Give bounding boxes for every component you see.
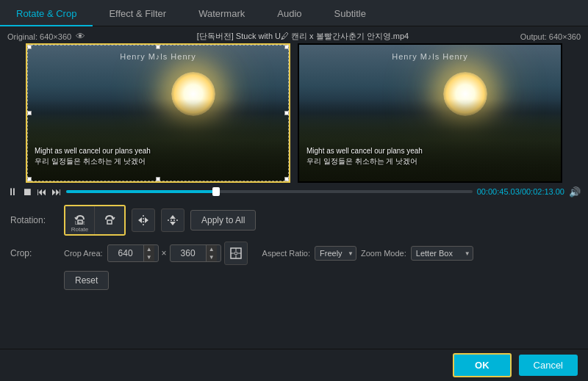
- crop-handle-ml[interactable]: [27, 111, 32, 115]
- next-button[interactable]: ⏭: [51, 186, 62, 197]
- original-text: Original: 640×360: [7, 32, 71, 41]
- zoom-mode-select[interactable]: Letter Box Pan & Scan Full: [411, 246, 473, 261]
- center-crop-button[interactable]: [224, 242, 248, 265]
- grass-decoration-right: [299, 99, 561, 181]
- tab-rotate-crop[interactable]: Rotate & Crop: [0, 2, 93, 26]
- crop-width-input[interactable]: 640 ▲ ▼: [107, 244, 159, 262]
- volume-icon[interactable]: 🔊: [569, 186, 581, 197]
- crop-label: Crop:: [10, 248, 58, 258]
- crop-handle-mr[interactable]: [284, 111, 289, 115]
- video-inner-left: Henry M♪ls Henry Might as well cancel ou…: [27, 45, 289, 181]
- grass-decoration: [27, 99, 289, 181]
- video-labels: Original: 640×360 👁 [단독버전] Stuck with U🖊…: [7, 29, 581, 43]
- crop-handle-br[interactable]: [284, 177, 289, 181]
- time-display: 00:00:45.03/00:02:13.00: [477, 187, 564, 196]
- eye-icon[interactable]: 👁: [76, 31, 85, 42]
- cancel-button[interactable]: Cancel: [519, 355, 578, 376]
- crop-row: Crop: Crop Area: 640 ▲ ▼ × 360 ▲ ▼: [10, 242, 578, 265]
- x-separator: ×: [162, 248, 167, 258]
- subtitle-left: Might as well cancel our plans yeah 우리 일…: [35, 146, 151, 167]
- stop-button[interactable]: ⏹: [22, 186, 32, 197]
- watermark-right: Henry M♪ls Henry: [392, 52, 467, 61]
- center-icon: [230, 247, 242, 259]
- svg-marker-3: [138, 217, 142, 223]
- svg-marker-6: [170, 215, 176, 219]
- timeline[interactable]: [66, 190, 473, 193]
- crop-area-label: Crop Area:: [64, 249, 103, 258]
- zoom-mode-label: Zoom Mode:: [361, 249, 406, 258]
- output-label: Output: 640×360: [520, 32, 581, 41]
- crop-height-input[interactable]: 360 ▲ ▼: [170, 244, 221, 262]
- crop-inputs: Crop Area: 640 ▲ ▼ × 360 ▲ ▼: [64, 242, 248, 265]
- crop-handle-tl[interactable]: [27, 45, 32, 49]
- apply-all-button[interactable]: Apply to All: [190, 210, 256, 231]
- flip-h-icon: [137, 214, 150, 227]
- flip-horizontal-button[interactable]: [132, 208, 155, 232]
- svg-marker-4: [145, 217, 148, 223]
- crop-width-down[interactable]: ▼: [144, 253, 154, 261]
- flip-v-icon: [166, 214, 179, 227]
- right-rotate-button[interactable]: Right Rotate: [95, 206, 124, 234]
- video-panels: Henry M♪ls Henry Might as well cancel ou…: [7, 43, 581, 183]
- crop-width-spinners: ▲ ▼: [143, 245, 154, 261]
- flip-vertical-button[interactable]: [161, 208, 184, 232]
- crop-handle-bm[interactable]: [156, 177, 160, 181]
- zoom-mode-select-wrapper: Letter Box Pan & Scan Full: [411, 246, 473, 261]
- left-rotate-label: Left Rotate: [65, 219, 94, 233]
- subtitle-right: Might as well cancel our plans yeah 우리 일…: [306, 146, 423, 167]
- rotation-label: Rotation:: [10, 215, 58, 225]
- timeline-fill: [66, 190, 216, 193]
- crop-height-down[interactable]: ▼: [207, 253, 217, 261]
- svg-point-13: [234, 252, 237, 255]
- crop-width-up[interactable]: ▲: [144, 245, 154, 253]
- bottom-bar: OK Cancel: [0, 349, 588, 381]
- aspect-ratio-select-wrapper: Freely 16:9 4:3 1:1: [315, 246, 356, 261]
- pause-button[interactable]: ⏸: [7, 186, 18, 197]
- controls-area: Rotation: Left Rotate Right Rotate: [0, 200, 588, 299]
- original-label: Original: 640×360 👁: [7, 31, 85, 42]
- aspect-ratio-label: Aspect Ratio:: [262, 249, 310, 258]
- prev-button[interactable]: ⏮: [37, 186, 47, 197]
- video-area: Original: 640×360 👁 [단독버전] Stuck with U🖊…: [0, 26, 588, 183]
- ok-button[interactable]: OK: [453, 353, 512, 377]
- filename-label: [단독버전] Stuck with U🖊 캔리 x 볼빨간사춘기 안지영.mp4: [85, 31, 520, 42]
- crop-handle-tr[interactable]: [284, 45, 289, 49]
- tab-subtitle[interactable]: Subtitle: [318, 2, 382, 26]
- reset-row: Reset: [10, 271, 578, 290]
- crop-handle-tm[interactable]: [156, 45, 160, 49]
- crop-handle-bl[interactable]: [27, 177, 32, 181]
- tab-bar: Rotate & Crop Effect & Filter Watermark …: [0, 0, 588, 26]
- rotation-row: Rotation: Left Rotate Right Rotate: [10, 205, 578, 236]
- crop-width-field[interactable]: 640: [108, 246, 143, 261]
- rotate-buttons-group: Left Rotate Right Rotate: [64, 205, 126, 236]
- aspect-ratio-select[interactable]: Freely 16:9 4:3 1:1: [315, 246, 356, 261]
- tab-watermark[interactable]: Watermark: [182, 2, 261, 26]
- video-panel-left[interactable]: Henry M♪ls Henry Might as well cancel ou…: [26, 43, 290, 183]
- svg-marker-7: [170, 222, 176, 225]
- aspect-section: Aspect Ratio: Freely 16:9 4:3 1:1 Zoom M…: [262, 246, 473, 261]
- tab-effect-filter[interactable]: Effect & Filter: [93, 2, 182, 26]
- timeline-thumb[interactable]: [212, 187, 220, 196]
- tab-audio[interactable]: Audio: [261, 2, 318, 26]
- watermark-left: Henry M♪ls Henry: [120, 52, 196, 61]
- reset-button[interactable]: Reset: [64, 271, 109, 290]
- left-rotate-button[interactable]: Left Rotate: [65, 206, 95, 234]
- crop-height-spinners: ▲ ▼: [206, 245, 217, 261]
- crop-height-up[interactable]: ▲: [207, 245, 217, 253]
- crop-height-field[interactable]: 360: [171, 246, 206, 261]
- playback-row: ⏸ ⏹ ⏮ ⏭ 00:00:45.03/00:02:13.00 🔊: [0, 183, 588, 200]
- video-panel-right: Henry M♪ls Henry Might as well cancel ou…: [298, 43, 562, 183]
- video-inner-right: Henry M♪ls Henry Might as well cancel ou…: [299, 45, 561, 181]
